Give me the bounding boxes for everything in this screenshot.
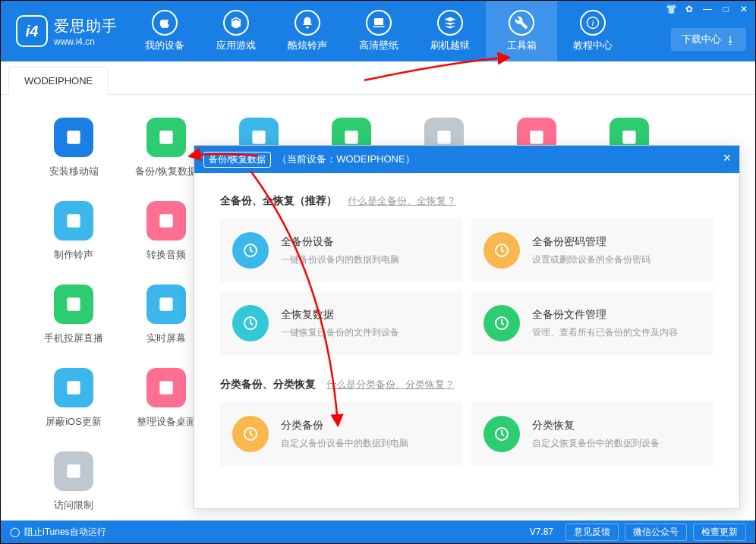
svg-rect-8 [622, 130, 635, 143]
tool-label: 屏蔽iOS更新 [46, 415, 102, 429]
tool-label: 实时屏幕 [146, 332, 186, 345]
card-icon [232, 305, 269, 341]
check-update-button[interactable]: 检查更新 [693, 524, 746, 541]
nav-icon [437, 10, 463, 36]
nav-label: 应用游戏 [216, 39, 256, 52]
svg-rect-17 [159, 297, 172, 310]
nav-item-3[interactable]: 高清壁纸 [343, 1, 414, 61]
card-icon [232, 232, 269, 269]
tool-icon [54, 118, 93, 157]
nav-item-0[interactable]: 我的设备 [129, 1, 200, 61]
tool-label: 备份/恢复数据 [135, 165, 197, 178]
download-arrow-icon: ⭳ [726, 34, 736, 46]
nav-item-1[interactable]: 应用游戏 [200, 1, 272, 61]
window-controls: 👕 ✿ — □ ✕ [666, 4, 749, 14]
svg-rect-2 [67, 130, 80, 143]
app-domain: www.i4.cn [54, 36, 118, 47]
cards2-card-1[interactable]: 分类恢复自定义恢复备份中的数据到设备 [471, 402, 713, 466]
close-icon[interactable]: ✕ [739, 4, 749, 14]
itunes-toggle[interactable]: ◯ 阻止iTunes自动运行 [10, 526, 106, 539]
tool-14[interactable]: 手机投屏直播 [31, 285, 116, 345]
logo[interactable]: i4 爱思助手 www.i4.cn [1, 15, 129, 47]
card-title: 分类备份 [281, 419, 408, 432]
nav-icon: i [580, 10, 606, 36]
card-title: 全备份设备 [281, 235, 399, 249]
modal-close-icon[interactable]: ✕ [723, 152, 732, 164]
card-title: 分类恢复 [532, 419, 660, 432]
nav-label: 酷炫铃声 [288, 39, 327, 52]
version-label: V7.87 [530, 527, 553, 537]
section2-help-link[interactable]: 什么是分类备份、分类恢复？ [326, 378, 455, 391]
svg-rect-6 [437, 130, 450, 143]
tool-7[interactable]: 制作铃声 [31, 201, 116, 262]
modal-titlebar[interactable]: 备份/恢复数据 （当前设备：WODEIPHONE） ✕ [194, 146, 739, 173]
nav-label: 工具箱 [507, 39, 537, 52]
device-tab-bar: WODEIPHONE [1, 61, 755, 95]
card-desc: 设置或删除设备的全备份密码 [532, 253, 650, 266]
cards2-card-0[interactable]: 分类备份自定义备份设备中的数据到电脑 [220, 402, 462, 466]
card-title: 全备份文件管理 [532, 308, 678, 322]
svg-text:i: i [592, 18, 594, 27]
tool-label: 安装移动端 [49, 165, 99, 178]
download-center-button[interactable]: 下载中心 ⭳ [671, 28, 746, 51]
svg-rect-3 [159, 130, 172, 143]
cards1-card-3[interactable]: 全备份文件管理管理、查看所有已备份的文件及内容 [471, 291, 713, 355]
tool-icon [54, 285, 93, 324]
nav-icon [509, 10, 534, 36]
card-desc: 管理、查看所有已备份的文件及内容 [532, 326, 678, 339]
tool-0[interactable]: 安装移动端 [31, 118, 116, 178]
card-desc: 自定义恢复备份中的数据到设备 [532, 437, 660, 450]
skin-icon[interactable]: 👕 [666, 4, 676, 14]
cards1-card-2[interactable]: 全恢复数据一键恢复已备份的文件到设备 [220, 291, 462, 355]
download-center-label: 下载中心 [682, 33, 721, 46]
svg-rect-24 [159, 381, 172, 394]
tool-icon [146, 368, 186, 407]
section1-title: 全备份、全恢复（推荐） [220, 194, 337, 208]
card-icon [232, 416, 269, 452]
app-name: 爱思助手 [54, 16, 118, 36]
tool-icon [146, 201, 186, 241]
tool-label: 整理设备桌面 [137, 415, 196, 429]
modal-device-text: （当前设备：WODEIPHONE） [277, 153, 414, 166]
tool-21[interactable]: 屏蔽iOS更新 [31, 368, 116, 429]
tool-label: 制作铃声 [54, 248, 93, 262]
card-desc: 自定义备份设备中的数据到电脑 [281, 437, 408, 450]
cards1-card-0[interactable]: 全备份设备一键备份设备内的数据到电脑 [220, 219, 462, 282]
svg-rect-10 [159, 214, 172, 227]
nav-item-4[interactable]: 刷机越狱 [414, 1, 486, 61]
radio-off-icon: ◯ [10, 527, 20, 537]
device-tab[interactable]: WODEIPHONE [8, 67, 109, 95]
section2-title: 分类备份、分类恢复 [220, 378, 316, 391]
footer-bar: ◯ 阻止iTunes自动运行 V7.87 意见反馈 微信公众号 检查更新 [1, 520, 755, 543]
tool-icon [54, 201, 93, 241]
card-title: 全恢复数据 [281, 308, 399, 322]
svg-rect-5 [345, 130, 358, 143]
tool-icon [146, 285, 186, 324]
svg-rect-7 [530, 130, 543, 143]
nav-icon [152, 10, 178, 36]
nav-item-5[interactable]: 工具箱 [486, 1, 557, 61]
svg-rect-30 [67, 464, 80, 477]
nav-item-2[interactable]: 酷炫铃声 [272, 1, 343, 61]
nav-item-6[interactable]: i教程中心 [557, 1, 628, 61]
section1-help-link[interactable]: 什么是全备份、全恢复？ [348, 194, 456, 208]
settings-icon[interactable]: ✿ [684, 4, 695, 14]
modal-title: 备份/恢复数据 [203, 152, 271, 168]
minimize-icon[interactable]: — [702, 4, 713, 14]
tool-icon [54, 451, 93, 491]
maximize-icon[interactable]: □ [720, 4, 731, 14]
wechat-button[interactable]: 微信公众号 [625, 524, 687, 541]
modal-body: 全备份、全恢复（推荐） 什么是全备份、全恢复？ 全备份设备一键备份设备内的数据到… [194, 173, 739, 508]
nav-label: 刷机越狱 [430, 39, 470, 52]
tool-label: 手机投屏直播 [44, 332, 103, 345]
svg-rect-4 [252, 130, 265, 143]
cards1-card-1[interactable]: 全备份密码管理设置或删除设备的全备份密码 [471, 219, 713, 282]
card-desc: 一键恢复已备份的文件到设备 [281, 326, 399, 339]
tool-28[interactable]: 访问限制 [31, 451, 116, 512]
nav-icon [366, 10, 392, 36]
svg-rect-16 [67, 297, 80, 310]
card-icon [484, 416, 520, 452]
card-icon [484, 232, 520, 269]
feedback-button[interactable]: 意见反馈 [565, 524, 619, 541]
logo-badge-icon: i4 [16, 15, 48, 47]
